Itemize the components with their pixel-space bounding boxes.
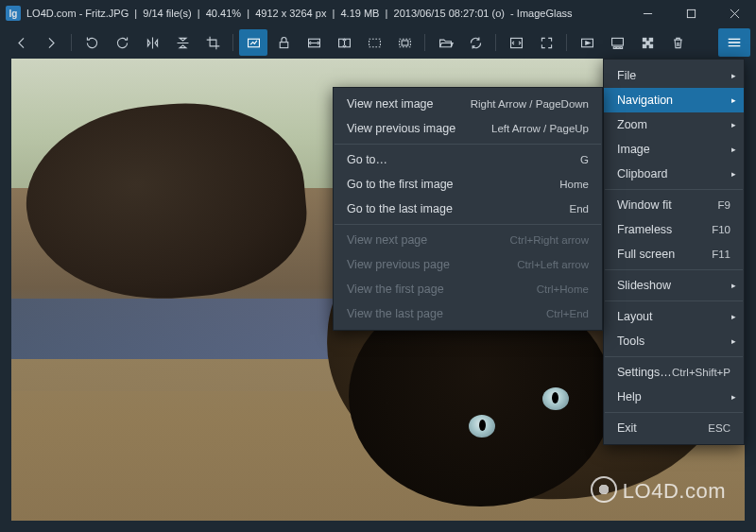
checkerboard-button[interactable] [633,29,662,56]
main-menu-item[interactable]: ExitESC [604,416,744,440]
flip-horizontal-button[interactable] [138,29,166,56]
main-menu-item[interactable]: Window fitF9 [604,193,744,217]
toolbar-separator [71,34,72,51]
main-menu-button[interactable] [718,28,750,57]
window-title: LO4D.com - Fritz.JPG | 9/14 file(s) | 40… [26,8,626,19]
thumbnail-button[interactable] [603,29,631,56]
menu-separator [605,412,743,413]
crop-button[interactable] [198,29,227,56]
svg-rect-12 [616,46,619,48]
title-app: ImageGlass [517,8,573,19]
main-menu-item[interactable]: Navigation▸ [604,88,744,112]
main-menu-item[interactable]: Image▸ [604,137,744,162]
main-menu-item[interactable]: Full screenF11 [604,242,744,266]
title-dims: 4912 x 3264 px [255,8,326,19]
menu-separator [605,356,743,357]
toolbar-separator [232,34,233,51]
nav-submenu-item[interactable]: View next imageRight Arrow / PageDown [334,92,602,116]
nav-submenu-item: View the last pageCtrl+End [334,301,602,326]
main-menu-item[interactable]: Help▸ [604,385,744,409]
menu-item-label: Zoom [617,118,730,131]
menu-item-shortcut: Ctrl+Shift+P [672,367,730,378]
nav-submenu-item: View next pageCtrl+Right arrow [334,228,602,252]
menu-separator [605,189,743,190]
scale-to-fill-button[interactable] [390,29,419,56]
svg-rect-18 [649,44,652,47]
nav-submenu-item[interactable]: Go to the last imageEnd [334,197,602,221]
fullscreen-button[interactable] [532,29,560,56]
nav-submenu-item[interactable]: Go to…G [334,147,602,172]
delete-button[interactable] [663,29,692,56]
app-icon: Ig [6,6,21,21]
main-menu-item[interactable]: Zoom▸ [604,112,744,137]
maximize-button[interactable] [669,0,713,26]
toolbar [0,26,756,59]
main-menu-item[interactable]: Layout▸ [604,304,744,329]
menu-item-shortcut: Ctrl+Left arrow [517,259,589,270]
menu-item-shortcut: Left Arrow / PageUp [491,123,589,134]
menu-item-label: Help [617,390,730,403]
navigation-submenu: View next imageRight Arrow / PageDownVie… [333,87,603,331]
menu-item-label: Clipboard [617,167,730,180]
nav-submenu-item[interactable]: View previous imageLeft Arrow / PageUp [334,116,602,141]
menu-item-shortcut: F10 [712,224,730,235]
open-file-button[interactable] [431,29,459,56]
menu-item-shortcut: End [570,203,589,215]
main-menu: File▸Navigation▸Zoom▸Image▸Clipboard▸Win… [603,59,745,445]
scale-to-height-button[interactable] [330,29,358,56]
menu-item-label: Image [617,143,730,156]
menu-item-label: View next image [347,97,471,111]
menu-item-label: View next page [347,233,510,247]
submenu-arrow-icon: ▸ [731,392,736,402]
menu-item-label: Go to… [347,153,580,166]
menu-item-shortcut: Ctrl+Right arrow [510,234,589,246]
title-filepos: 9/14 file(s) [143,8,191,19]
lock-zoom-button[interactable] [269,29,298,56]
slideshow-button[interactable] [573,29,601,56]
submenu-arrow-icon: ▸ [731,145,736,154]
main-menu-item[interactable]: Settings…Ctrl+Shift+P [604,360,744,385]
menu-item-label: View the first page [347,283,537,296]
menu-separator [335,144,601,145]
menu-item-label: View previous image [347,122,491,135]
menu-separator [605,269,743,270]
close-button[interactable] [713,0,756,26]
main-menu-item[interactable]: Clipboard▸ [604,162,744,186]
main-menu-item[interactable]: FramelessF10 [604,217,744,242]
nav-submenu-item: View the first pageCtrl+Home [334,277,602,301]
submenu-arrow-icon: ▸ [731,120,736,129]
submenu-arrow-icon: ▸ [731,71,736,80]
rotate-left-button[interactable] [77,29,106,56]
minimize-button[interactable] [626,0,669,26]
menu-item-shortcut: Right Arrow / PageDown [471,98,589,110]
main-menu-item[interactable]: File▸ [604,63,744,88]
nav-submenu-item: View previous pageCtrl+Left arrow [334,252,602,277]
autozoom-button[interactable] [239,29,267,56]
next-image-button[interactable] [37,29,65,56]
menu-item-label: Tools [617,335,730,348]
menu-item-label: File [617,69,730,82]
menu-item-shortcut: F11 [712,249,730,260]
prev-image-button[interactable] [7,29,35,56]
window-controls [626,0,756,26]
main-menu-item[interactable]: Tools▸ [604,329,744,353]
menu-item-label: Exit [617,421,708,435]
rotate-right-button[interactable] [108,29,136,56]
title-date: 2013/06/15 08:27:01 (o) [394,8,505,19]
menu-item-label: View previous page [347,258,517,271]
scale-to-width-button[interactable] [300,29,328,56]
toolbar-separator [495,34,496,51]
flip-vertical-button[interactable] [168,29,197,56]
menu-item-shortcut: Home [559,179,589,190]
main-menu-item[interactable]: Slideshow▸ [604,273,744,298]
menu-item-label: Slideshow [617,279,730,292]
scale-to-fit-button[interactable] [360,29,388,56]
window-fit-button[interactable] [502,29,530,56]
refresh-button[interactable] [461,29,490,56]
menu-item-label: Navigation [617,94,730,107]
nav-submenu-item[interactable]: Go to the first imageHome [334,172,602,197]
svg-rect-11 [613,46,616,48]
submenu-arrow-icon: ▸ [731,95,736,105]
titlebar: Ig LO4D.com - Fritz.JPG | 9/14 file(s) |… [0,0,756,26]
menu-item-label: Settings… [617,366,672,379]
